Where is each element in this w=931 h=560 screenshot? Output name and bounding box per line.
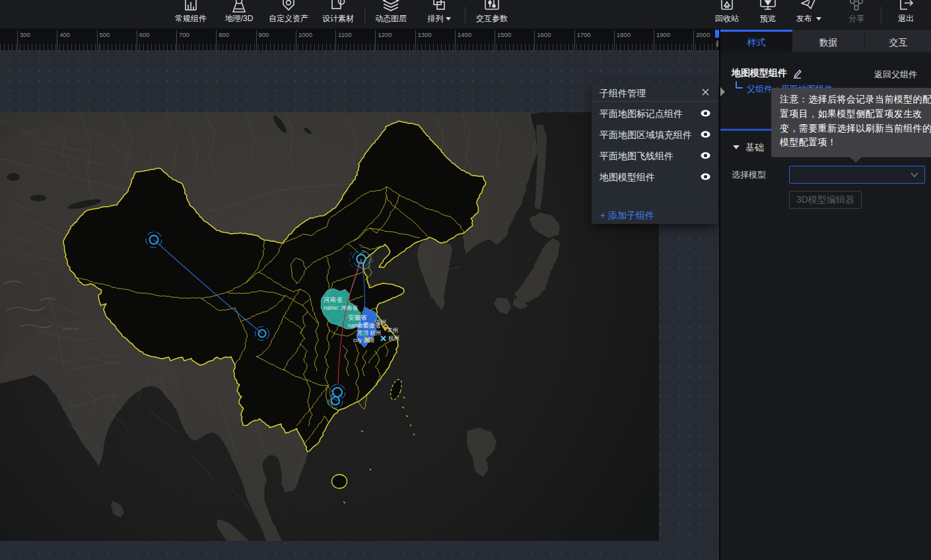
svg-text:合肥: 合肥 [357,322,369,328]
svg-text:芜湖 杭州: 芜湖 杭州 [357,330,381,336]
svg-text:杭州: 杭州 [388,335,399,341]
svg-text:city 美湖: city 美湖 [353,337,374,343]
svg-text:湖州: 湖州 [374,319,386,326]
svg-text:name: 河南省: name: 河南省 [324,304,358,311]
svg-text:安徽省: 安徽省 [348,314,367,321]
svg-text:河南省: 河南省 [323,296,343,303]
svg-text:常州: 常州 [387,327,398,333]
